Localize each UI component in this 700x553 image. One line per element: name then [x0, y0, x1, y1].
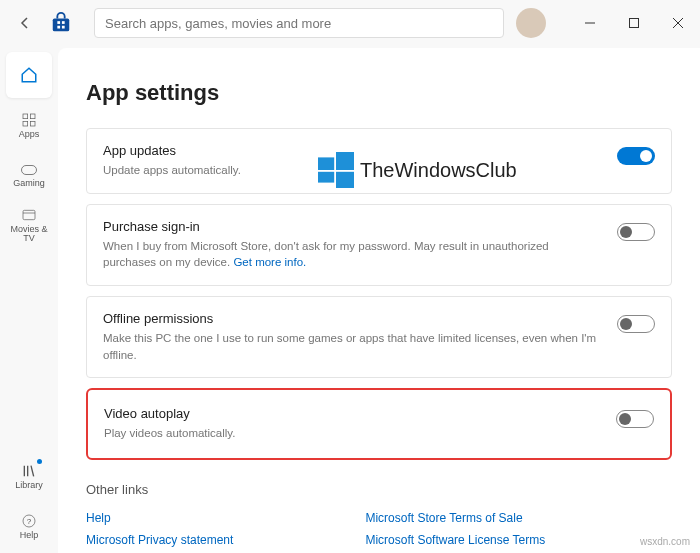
gaming-icon: [20, 163, 38, 177]
search-box: [94, 8, 504, 38]
setting-text: Offline permissions Make this PC the one…: [103, 311, 601, 363]
svg-rect-1: [57, 21, 60, 24]
sidebar-item-help[interactable]: ? Help: [6, 503, 52, 549]
sidebar-label: Gaming: [13, 179, 45, 188]
other-links-title: Other links: [86, 482, 672, 497]
setting-desc: When I buy from Microsoft Store, don't a…: [103, 238, 601, 271]
toggle-knob-icon: [620, 226, 632, 238]
apps-icon: [21, 112, 37, 128]
setting-text: Purchase sign-in When I buy from Microso…: [103, 219, 601, 271]
close-icon: [673, 18, 683, 28]
link-help[interactable]: Help: [86, 511, 245, 525]
toggle-video-autoplay[interactable]: [616, 410, 654, 428]
sidebar: Apps Gaming Movies & TV Library ? Help: [0, 46, 58, 553]
svg-rect-21: [318, 157, 334, 170]
minimize-icon: [585, 18, 595, 28]
svg-rect-13: [22, 165, 37, 174]
svg-rect-2: [62, 21, 65, 24]
back-button[interactable]: [8, 6, 42, 40]
watermark: TheWindowsClub: [318, 152, 517, 188]
setting-title: Video autoplay: [104, 406, 600, 421]
home-icon: [20, 66, 38, 84]
toggle-knob-icon: [640, 150, 652, 162]
svg-rect-6: [630, 19, 639, 28]
toggle-purchase-signin[interactable]: [617, 223, 655, 241]
svg-rect-23: [318, 172, 334, 183]
svg-line-18: [31, 465, 34, 476]
svg-rect-3: [57, 26, 60, 29]
setting-purchase-signin: Purchase sign-in When I buy from Microso…: [86, 204, 672, 286]
maximize-button[interactable]: [612, 6, 656, 40]
sidebar-label: Help: [20, 531, 39, 540]
svg-rect-14: [23, 210, 35, 219]
link-terms-of-sale[interactable]: Microsoft Store Terms of Sale: [365, 511, 545, 525]
watermark-text: TheWindowsClub: [360, 159, 517, 182]
setting-offline-permissions: Offline permissions Make this PC the one…: [86, 296, 672, 378]
links-column-2: Microsoft Store Terms of Sale Microsoft …: [365, 511, 545, 553]
user-avatar[interactable]: [516, 8, 546, 38]
watermark-logo-icon: [318, 152, 354, 188]
notification-dot-icon: [37, 459, 42, 464]
setting-video-autoplay: Video autoplay Play videos automatically…: [86, 388, 672, 460]
movies-icon: [21, 207, 37, 223]
sidebar-label: Apps: [19, 130, 40, 139]
back-arrow-icon: [17, 15, 33, 31]
setting-desc: Play videos automatically.: [104, 425, 600, 442]
sidebar-label: Movies & TV: [6, 225, 52, 243]
svg-rect-22: [336, 152, 354, 170]
svg-rect-24: [336, 172, 354, 188]
get-more-info-link[interactable]: Get more info.: [233, 256, 306, 268]
toggle-knob-icon: [619, 413, 631, 425]
svg-rect-4: [62, 26, 65, 29]
sidebar-label: Library: [15, 481, 43, 490]
svg-text:?: ?: [27, 516, 32, 525]
sidebar-item-movies[interactable]: Movies & TV: [6, 202, 52, 248]
svg-rect-9: [23, 114, 28, 119]
svg-rect-11: [23, 121, 28, 126]
search-input[interactable]: [94, 8, 504, 38]
content-area: TheWindowsClub App settings App updates …: [58, 48, 700, 553]
sidebar-item-apps[interactable]: Apps: [6, 102, 52, 148]
help-icon: ?: [21, 513, 37, 529]
link-license-terms[interactable]: Microsoft Software License Terms: [365, 533, 545, 547]
setting-title: Purchase sign-in: [103, 219, 601, 234]
setting-desc: Make this PC the one I use to run some g…: [103, 330, 601, 363]
store-logo-icon: [46, 8, 76, 38]
toggle-knob-icon: [620, 318, 632, 330]
toggle-offline-permissions[interactable]: [617, 315, 655, 333]
credit-text: wsxdn.com: [640, 536, 690, 547]
other-links-grid: Help Microsoft Privacy statement Microso…: [86, 511, 672, 553]
svg-rect-0: [53, 18, 70, 31]
sidebar-item-home[interactable]: [6, 52, 52, 98]
minimize-button[interactable]: [568, 6, 612, 40]
body: Apps Gaming Movies & TV Library ? Help: [0, 46, 700, 553]
library-icon: [21, 463, 37, 479]
setting-text: Video autoplay Play videos automatically…: [104, 406, 600, 442]
maximize-icon: [629, 18, 639, 28]
svg-rect-10: [30, 114, 35, 119]
link-privacy[interactable]: Microsoft Privacy statement: [86, 533, 245, 547]
window: Apps Gaming Movies & TV Library ? Help: [0, 0, 700, 553]
svg-rect-12: [30, 121, 35, 126]
titlebar: [0, 0, 700, 46]
page-title: App settings: [86, 80, 672, 106]
sidebar-item-library[interactable]: Library: [6, 453, 52, 499]
setting-desc-text: When I buy from Microsoft Store, don't a…: [103, 240, 549, 269]
close-button[interactable]: [656, 6, 700, 40]
links-column-1: Help Microsoft Privacy statement Microso…: [86, 511, 245, 553]
window-controls: [568, 6, 700, 40]
setting-title: Offline permissions: [103, 311, 601, 326]
sidebar-item-gaming[interactable]: Gaming: [6, 152, 52, 198]
toggle-app-updates[interactable]: [617, 147, 655, 165]
